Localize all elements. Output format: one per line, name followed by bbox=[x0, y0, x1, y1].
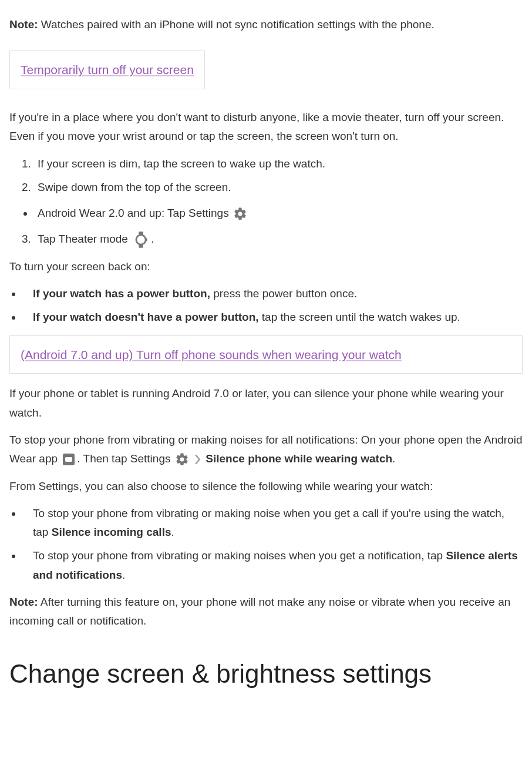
note-label: Note: bbox=[9, 596, 38, 608]
heading-change-screen-brightness: Change screen & brightness settings bbox=[9, 652, 523, 696]
accordion-temporarily-turn-off[interactable]: Temporarily turn off your screen bbox=[9, 51, 205, 89]
substep-bullets: Android Wear 2.0 and up: Tap Settings bbox=[9, 204, 523, 223]
step-1: If your screen is dim, tap the screen to… bbox=[34, 155, 523, 173]
bullet-android-wear: Android Wear 2.0 and up: Tap Settings bbox=[34, 204, 523, 223]
android-wear-app-icon bbox=[62, 452, 76, 466]
svg-rect-1 bbox=[139, 232, 143, 235]
b1-bold: Silence incoming calls bbox=[52, 526, 171, 538]
b2-a: To stop your phone from vibrating or mak… bbox=[33, 549, 446, 562]
svg-rect-5 bbox=[65, 457, 72, 462]
step-2: Swipe down from the top of the screen. bbox=[34, 178, 523, 197]
bullet-text: Android Wear 2.0 and up: Tap Settings bbox=[38, 207, 232, 219]
settings-icon bbox=[233, 207, 247, 221]
bullet-has-power-bold: If your watch has a power button, bbox=[33, 287, 210, 300]
svg-rect-3 bbox=[146, 239, 147, 241]
bullet-no-power: If your watch doesn't have a power butto… bbox=[22, 308, 523, 327]
section2-instructions: To stop your phone from vibrating or mak… bbox=[9, 431, 523, 469]
note-text: Watches paired with an iPhone will not s… bbox=[38, 18, 435, 31]
text-b: . Then tap Settings bbox=[77, 452, 173, 465]
b1-b: . bbox=[171, 526, 174, 538]
svg-rect-2 bbox=[139, 245, 143, 248]
bullet-has-power-rest: press the power button once. bbox=[210, 287, 357, 300]
section1-intro: If you're in a place where you don't wan… bbox=[9, 108, 523, 146]
bullet-silence-calls: To stop your phone from vibrating or mak… bbox=[22, 504, 523, 542]
silence-options: To stop your phone from vibrating or mak… bbox=[9, 504, 523, 585]
chevron-right-icon bbox=[194, 454, 201, 465]
bullet-has-power: If your watch has a power button, press … bbox=[22, 284, 523, 303]
section2-intro: If your phone or tablet is running Andro… bbox=[9, 384, 523, 422]
note-after-turning-on: Note: After turning this feature on, you… bbox=[9, 593, 523, 631]
text-c: . bbox=[392, 452, 395, 465]
note-iphone-sync: Note: Watches paired with an iPhone will… bbox=[9, 15, 523, 34]
bullet-no-power-bold: If your watch doesn't have a power butto… bbox=[33, 311, 259, 323]
text-bold: Silence phone while wearing watch bbox=[206, 452, 392, 465]
step-3-text-b: . bbox=[151, 233, 154, 245]
b2-b: . bbox=[122, 569, 125, 581]
bullet-silence-alerts: To stop your phone from vibrating or mak… bbox=[22, 546, 523, 585]
bullet-no-power-rest: tap the screen until the watch wakes up. bbox=[259, 311, 460, 323]
back-on-intro: To turn your screen back on: bbox=[9, 257, 523, 276]
theater-mode-icon bbox=[132, 231, 150, 249]
note-text: After turning this feature on, your phon… bbox=[9, 596, 510, 627]
accordion-title: Temporarily turn off your screen bbox=[21, 63, 194, 76]
steps-turn-off-screen-cont: Tap Theater mode . bbox=[9, 230, 523, 249]
steps-turn-off-screen: If your screen is dim, tap the screen to… bbox=[9, 155, 523, 197]
section2-from-settings: From Settings, you can also choose to si… bbox=[9, 477, 523, 496]
step-3-text-a: Tap Theater mode bbox=[38, 233, 131, 245]
back-on-bullets: If your watch has a power button, press … bbox=[9, 284, 523, 327]
accordion-turn-off-phone-sounds[interactable]: (Android 7.0 and up) Turn off phone soun… bbox=[9, 335, 523, 374]
note-label: Note: bbox=[9, 18, 38, 31]
settings-icon bbox=[175, 452, 189, 466]
step-3: Tap Theater mode . bbox=[34, 230, 523, 249]
svg-point-0 bbox=[136, 235, 146, 244]
accordion-title: (Android 7.0 and up) Turn off phone soun… bbox=[21, 348, 402, 361]
